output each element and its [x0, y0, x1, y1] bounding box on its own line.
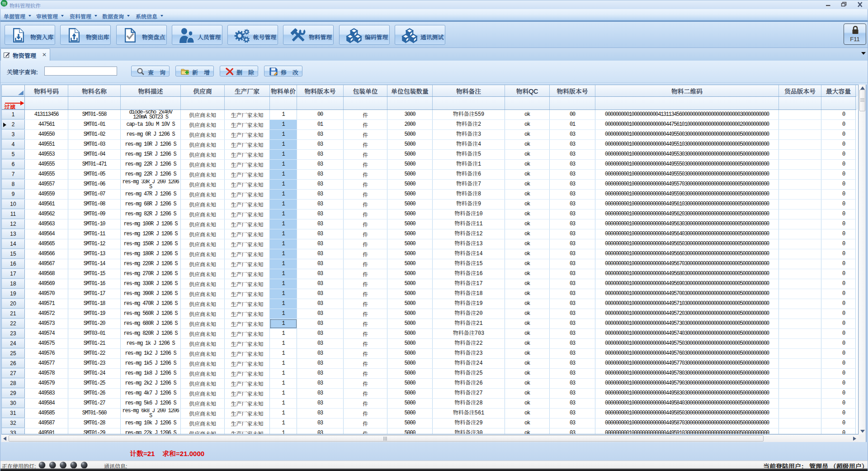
svg-text:物: 物	[2, 0, 6, 6]
svg-text:过滤: 过滤	[4, 103, 16, 110]
